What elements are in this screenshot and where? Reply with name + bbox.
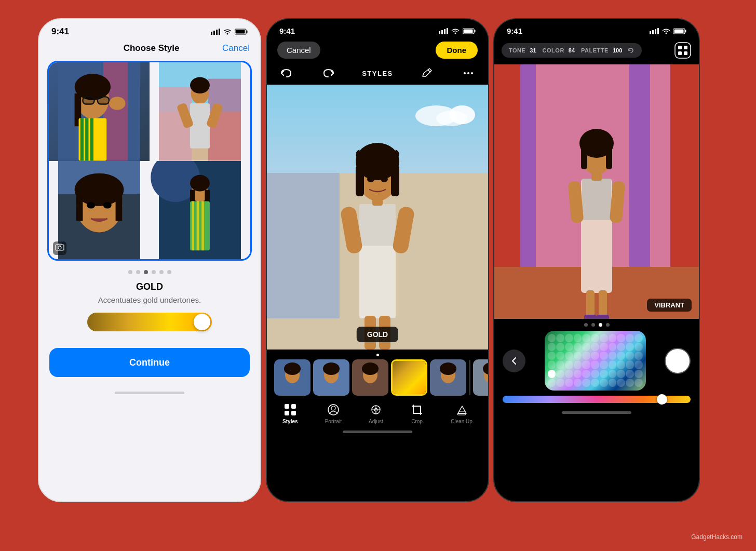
p2-status-bar: 9:41: [267, 19, 488, 39]
p3-palette-value: 100: [613, 47, 622, 53]
p3-white-swatch[interactable]: [665, 348, 691, 374]
p2-signal-icon: [439, 28, 448, 34]
p2-nav-cleanup[interactable]: Clean Up: [451, 403, 473, 424]
p3-grid-icon[interactable]: [674, 42, 692, 59]
p3-dot-4: [606, 323, 610, 327]
p3-gradient-slider[interactable]: [503, 396, 691, 403]
p3-color-value: 84: [569, 47, 575, 53]
svg-rect-115: [684, 46, 687, 49]
p1-home-indicator: [115, 392, 184, 394]
phone-1: 9:41 Choo: [38, 18, 261, 502]
svg-point-25: [190, 77, 210, 93]
p2-more-icon[interactable]: [461, 66, 476, 80]
p2-thumb-6-img: [473, 359, 488, 396]
svg-rect-49: [201, 201, 204, 250]
p2-thumbnail-strip[interactable]: [267, 358, 488, 397]
svg-point-39: [58, 246, 61, 249]
p2-thumb-2-img: [313, 359, 349, 396]
p2-thumb-2[interactable]: [313, 359, 349, 396]
svg-rect-129: [584, 315, 597, 319]
svg-rect-105: [650, 31, 651, 34]
p3-reset-icon[interactable]: [627, 47, 634, 54]
p3-back-button[interactable]: [503, 350, 525, 372]
p2-bottom-nav: Styles Portrait Adjust: [267, 397, 488, 428]
p3-home-indicator: [562, 411, 631, 414]
p2-thumb-3[interactable]: [352, 359, 388, 396]
p2-thumb-1-img: [274, 359, 310, 396]
svg-point-109: [666, 32, 667, 34]
svg-point-35: [87, 201, 95, 208]
phone-2: 9:41 Cancel Done: [266, 18, 489, 502]
p2-portrait-icon: [327, 403, 340, 416]
svg-rect-111: [685, 30, 686, 32]
p2-nav-adjust-label: Adjust: [369, 419, 383, 424]
svg-rect-112: [674, 29, 684, 33]
svg-point-82: [323, 362, 340, 375]
svg-rect-116: [678, 51, 682, 55]
svg-point-79: [284, 362, 301, 375]
p2-redo-icon[interactable]: [321, 66, 335, 80]
svg-rect-117: [684, 51, 687, 55]
p1-slider-thumb: [194, 314, 210, 330]
svg-rect-92: [285, 404, 289, 409]
p1-dot-5: [159, 270, 164, 274]
p2-nav-adjust[interactable]: Adjust: [369, 403, 383, 424]
watermark: GadgetHacks.com: [691, 533, 743, 541]
p2-thumb-gold-selected[interactable]: [391, 359, 427, 396]
svg-rect-127: [586, 290, 595, 319]
svg-point-60: [471, 72, 473, 74]
p2-thumb-5[interactable]: [430, 359, 466, 396]
p1-icon-badge: [53, 241, 66, 255]
p2-cancel-button[interactable]: Cancel: [277, 42, 320, 59]
p2-done-button[interactable]: Done: [436, 42, 478, 59]
p3-tone-color-pill[interactable]: TONE 31 COLOR 84 PALETTE 100: [502, 43, 642, 58]
svg-rect-57: [464, 29, 473, 33]
p2-nav-portrait[interactable]: Portrait: [325, 403, 342, 424]
p2-adjust-icon: [369, 403, 383, 416]
svg-rect-1: [213, 31, 215, 35]
svg-rect-128: [599, 290, 607, 319]
svg-rect-65: [359, 204, 396, 246]
svg-rect-113: [675, 43, 691, 58]
svg-rect-93: [291, 404, 296, 409]
p1-grid-cell-4: [150, 161, 250, 260]
p1-status-icons: [211, 29, 248, 35]
p2-nav-crop[interactable]: Crop: [410, 403, 424, 424]
svg-point-4: [227, 33, 228, 35]
p2-toolbar-title: STYLES: [362, 70, 393, 77]
p2-thumb-3-img: [352, 359, 388, 396]
p2-nav-crop-label: Crop: [411, 419, 423, 424]
svg-rect-114: [678, 46, 682, 49]
p1-cancel-button[interactable]: Cancel: [222, 43, 250, 53]
p3-slider-thumb: [657, 394, 667, 405]
svg-rect-108: [657, 28, 659, 34]
p2-photo-label: GOLD: [357, 327, 398, 342]
svg-point-85: [362, 362, 379, 375]
p1-gold-slider[interactable]: [87, 313, 212, 331]
svg-rect-34: [116, 196, 123, 220]
p1-continue-button[interactable]: Continue: [49, 348, 250, 377]
p1-photo-1: [49, 62, 150, 161]
p2-thumb-separator: [469, 360, 470, 395]
p2-toolbar: STYLES: [267, 64, 488, 85]
svg-point-88: [440, 362, 456, 375]
p2-nav-styles[interactable]: Styles: [282, 403, 298, 424]
svg-rect-119: [582, 179, 611, 220]
p2-thumb-gold-bg: [393, 361, 426, 394]
svg-rect-53: [447, 28, 448, 34]
p2-thumb-6[interactable]: [473, 359, 488, 396]
p3-tone-value: 31: [530, 47, 536, 53]
svg-rect-16: [80, 118, 84, 160]
svg-rect-71: [356, 165, 364, 196]
svg-rect-125: [581, 146, 587, 169]
p3-color-picker[interactable]: [545, 331, 646, 391]
p2-thumb-1[interactable]: [274, 359, 310, 396]
p2-edit-icon[interactable]: [420, 66, 434, 80]
p2-styles-icon: [284, 403, 297, 416]
p1-dot-4: [152, 270, 156, 274]
svg-rect-48: [197, 201, 199, 250]
p2-undo-icon[interactable]: [279, 66, 294, 80]
p3-dot-2: [591, 323, 595, 327]
p3-signal-icon: [650, 28, 659, 34]
p1-photo-grid[interactable]: [47, 61, 252, 261]
